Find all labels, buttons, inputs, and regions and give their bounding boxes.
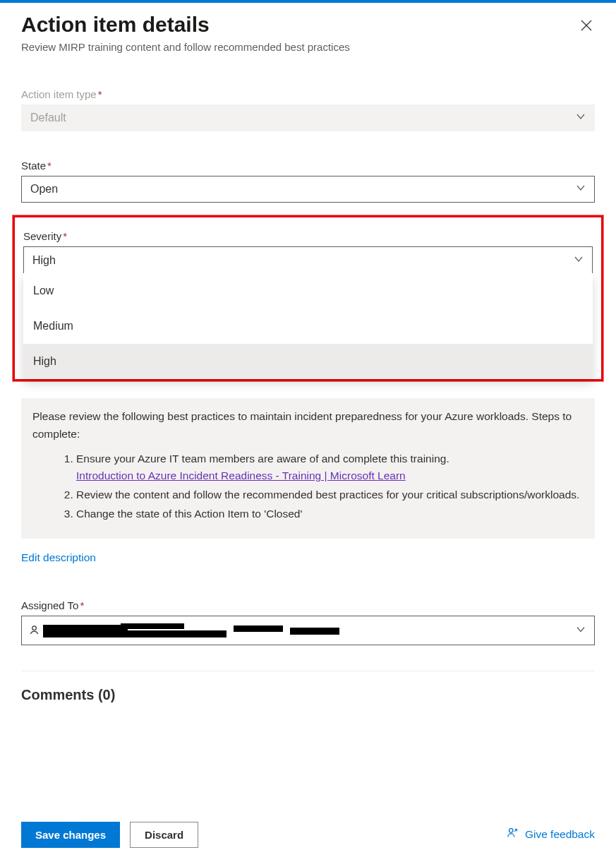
action-item-type-dropdown: Default bbox=[21, 104, 595, 131]
redacted-text bbox=[290, 628, 339, 635]
give-feedback-link[interactable]: Give feedback bbox=[507, 827, 595, 842]
redacted-text bbox=[121, 623, 184, 629]
content-scroll[interactable]: Action item type* Default State* Open Se… bbox=[0, 68, 610, 790]
edit-description-link[interactable]: Edit description bbox=[21, 551, 96, 564]
severity-dropdown[interactable]: High bbox=[23, 246, 593, 273]
dropdown-value: High bbox=[32, 254, 56, 267]
description-step-1: Ensure your Azure IT team members are aw… bbox=[76, 450, 584, 486]
close-icon bbox=[581, 23, 592, 33]
save-button[interactable]: Save changes bbox=[21, 822, 120, 848]
assigned-to-dropdown[interactable] bbox=[21, 616, 595, 645]
action-item-type-label: Action item type* bbox=[21, 88, 595, 100]
description-intro: Please review the following best practic… bbox=[32, 408, 584, 443]
feedback-icon bbox=[507, 827, 519, 842]
person-icon bbox=[29, 625, 40, 635]
severity-option-low[interactable]: Low bbox=[23, 273, 593, 309]
field-assigned-to: Assigned To* bbox=[21, 599, 595, 645]
description-step-2: Review the content and follow the recomm… bbox=[76, 486, 584, 504]
label-text: Action item type bbox=[21, 88, 97, 100]
svg-point-3 bbox=[509, 829, 513, 832]
feedback-label: Give feedback bbox=[525, 828, 595, 841]
chevron-down-icon bbox=[576, 112, 586, 124]
field-state: State* Open bbox=[21, 160, 595, 203]
required-asterisk: * bbox=[80, 599, 84, 611]
state-dropdown[interactable]: Open bbox=[21, 176, 595, 203]
pane-header: Action item details Review MIRP training… bbox=[0, 3, 616, 53]
page-title: Action item details bbox=[21, 13, 350, 37]
footer-bar: Save changes Discard Give feedback bbox=[0, 807, 616, 862]
redacted-text bbox=[43, 630, 227, 637]
field-severity: Severity* High Low Medium High bbox=[23, 230, 593, 379]
state-label: State* bbox=[21, 160, 595, 172]
severity-dropdown-list: Low Medium High bbox=[23, 273, 593, 379]
required-asterisk: * bbox=[63, 230, 67, 242]
dropdown-value: Open bbox=[30, 183, 58, 196]
training-link[interactable]: Introduction to Azure Incident Readiness… bbox=[76, 469, 406, 481]
comments-heading: Comments (0) bbox=[21, 687, 595, 703]
severity-option-medium[interactable]: Medium bbox=[23, 309, 593, 344]
step-text: Ensure your Azure IT team members are aw… bbox=[76, 453, 449, 465]
severity-highlight-annotation: Severity* High Low Medium High bbox=[13, 215, 603, 381]
assigned-to-label: Assigned To* bbox=[21, 599, 595, 611]
description-box: Please review the following best practic… bbox=[21, 398, 595, 539]
field-action-item-type: Action item type* Default bbox=[21, 88, 595, 131]
required-asterisk: * bbox=[98, 88, 102, 100]
redacted-text bbox=[234, 625, 283, 632]
close-button[interactable] bbox=[578, 17, 595, 36]
dropdown-value: Default bbox=[30, 112, 66, 124]
severity-option-high[interactable]: High bbox=[23, 344, 593, 379]
description-label-obscured bbox=[21, 378, 595, 385]
chevron-down-icon bbox=[574, 254, 584, 267]
description-step-3: Change the state of this Action Item to … bbox=[76, 505, 584, 523]
label-text: State bbox=[21, 160, 46, 172]
label-text: Severity bbox=[23, 230, 61, 242]
label-text: Assigned To bbox=[21, 599, 78, 611]
chevron-down-icon bbox=[576, 183, 586, 196]
svg-point-2 bbox=[32, 626, 37, 630]
severity-label: Severity* bbox=[23, 230, 593, 242]
chevron-down-icon bbox=[576, 624, 586, 636]
required-asterisk: * bbox=[47, 160, 52, 172]
section-divider bbox=[21, 671, 595, 671]
page-subtitle: Review MIRP training content and follow … bbox=[21, 41, 350, 53]
discard-button[interactable]: Discard bbox=[130, 822, 198, 848]
